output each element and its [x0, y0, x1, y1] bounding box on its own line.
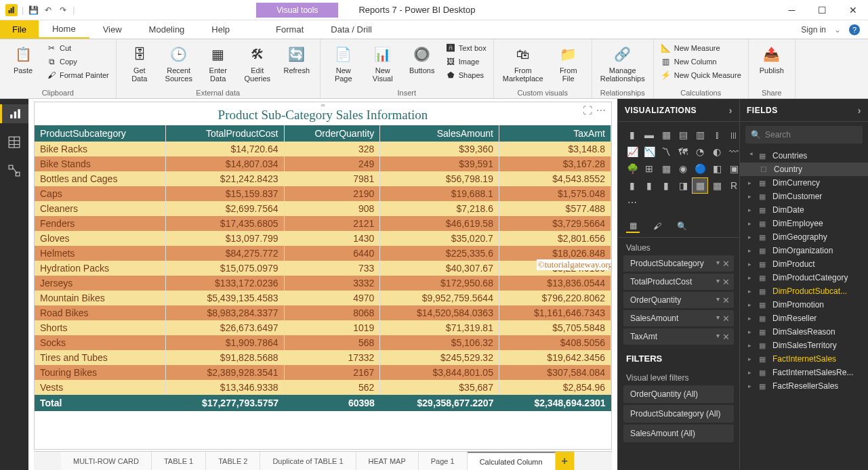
chevron-down-icon[interactable]: ▾: [716, 314, 720, 324]
viz-type-icon[interactable]: ⫿: [709, 127, 724, 142]
field-table-item[interactable]: ▸▦DimSalesReason: [740, 325, 868, 339]
table-row[interactable]: Hydration Packs$15,075.0979733$40,307.67…: [35, 261, 611, 276]
column-header[interactable]: TaxAmt: [499, 125, 611, 142]
field-table-item[interactable]: ▸▦DimOrganization: [740, 244, 868, 257]
image-button[interactable]: 🖼Image: [444, 56, 488, 68]
table-row[interactable]: Shorts$26,673.64971019$71,319.81$5,705.5…: [35, 320, 611, 335]
field-table-item[interactable]: ▸▦FactResellerSales: [740, 379, 868, 393]
expand-caret-icon[interactable]: ▸: [748, 261, 755, 268]
field-table-item[interactable]: ▸▦FactInternetSales: [740, 352, 868, 366]
enter-data-button[interactable]: ▦Enter Data: [201, 42, 236, 83]
field-table-item[interactable]: ▸▦DimPromotion: [740, 298, 868, 312]
tab-format[interactable]: Format: [262, 20, 317, 39]
viz-type-icon[interactable]: ▤: [676, 127, 690, 142]
viz-type-icon[interactable]: ◉: [676, 161, 690, 176]
page-tab[interactable]: TABLE 2: [206, 452, 260, 470]
field-table-item[interactable]: ▸▦DimSalesTerritory: [740, 339, 868, 352]
chevron-down-icon[interactable]: ▾: [716, 332, 720, 342]
column-header[interactable]: OrderQuantity: [284, 125, 380, 142]
minimize-button[interactable]: ─: [777, 0, 807, 20]
collapse-fields-icon[interactable]: ›: [858, 105, 861, 116]
page-tab[interactable]: HEAT MAP: [356, 452, 419, 470]
page-tab[interactable]: Page 1: [419, 452, 468, 470]
field-table-item[interactable]: ▸▦DimReseller: [740, 312, 868, 325]
field-well-chip[interactable]: SalesAmount▾✕: [623, 310, 734, 326]
table-row[interactable]: Gloves$13,097.7991430$35,020.7$2,801.656: [35, 231, 611, 246]
column-header[interactable]: ProductSubcategory: [35, 125, 166, 142]
table-row[interactable]: Bottles and Cages$21,242.84237981$56,798…: [35, 171, 611, 186]
viz-type-icon[interactable]: ⋯: [625, 195, 640, 210]
viz-type-icon[interactable]: ▮: [659, 178, 674, 193]
expand-caret-icon[interactable]: ▸: [748, 342, 755, 349]
table-row[interactable]: Fenders$17,435.68052121$46,619.58$3,729.…: [35, 216, 611, 231]
analytics-tab-icon[interactable]: 🔍: [675, 219, 688, 233]
signin-link[interactable]: Sign in: [801, 25, 826, 35]
refresh-button[interactable]: 🔄Refresh: [279, 42, 314, 74]
publish-button[interactable]: 📤Publish: [754, 42, 789, 74]
table-row[interactable]: Caps$15,159.8372190$19,688.1$1,575.048: [35, 186, 611, 201]
visual-resize-handle[interactable]: ═: [315, 102, 331, 108]
expand-caret-icon[interactable]: ▾: [748, 152, 755, 159]
chevron-down-icon[interactable]: ▾: [716, 259, 720, 269]
table-row[interactable]: Tires and Tubes$91,828.568817332$245,529…: [35, 350, 611, 365]
filter-item[interactable]: SalesAmount (All): [623, 425, 734, 442]
help-icon[interactable]: ?: [849, 24, 860, 35]
field-column-item[interactable]: ☐Country: [740, 163, 868, 176]
new-column-button[interactable]: ▥New Column: [659, 56, 743, 68]
report-canvas[interactable]: ═ ⛶ ⋯ Product Sub-Category Sales Informa…: [34, 102, 612, 450]
edit-queries-button[interactable]: 🛠Edit Queries: [240, 42, 275, 83]
viz-type-icon[interactable]: 〽: [659, 144, 674, 159]
expand-caret-icon[interactable]: ▸: [748, 179, 755, 186]
table-row[interactable]: Jerseys$133,172.02363332$172,950.68$13,8…: [35, 276, 611, 291]
viz-type-icon[interactable]: ◐: [709, 144, 724, 159]
field-well-chip[interactable]: TotalProductCost▾✕: [623, 274, 734, 290]
field-table-item[interactable]: ▸▦DimProduct: [740, 257, 868, 271]
expand-caret-icon[interactable]: ▸: [748, 220, 755, 227]
field-table-item[interactable]: ▸▦DimGeography: [740, 230, 868, 244]
new-page-button[interactable]: 📄New Page: [326, 42, 361, 83]
viz-type-icon[interactable]: ▮: [642, 178, 657, 193]
tab-home[interactable]: Home: [39, 20, 89, 39]
page-tab[interactable]: Duplicate of TABLE 1: [260, 452, 356, 470]
more-options-icon[interactable]: ⋯: [596, 105, 606, 116]
tab-help[interactable]: Help: [198, 20, 243, 39]
tab-file[interactable]: File: [0, 20, 39, 39]
field-table-item[interactable]: ▸▦DimCurrency: [740, 176, 868, 190]
tab-data-drill[interactable]: Data / Drill: [317, 20, 386, 39]
table-row[interactable]: Socks$1,909.7864568$5,106.32$408.5056: [35, 335, 611, 350]
expand-caret-icon[interactable]: ▸: [748, 315, 755, 322]
collapse-viz-icon[interactable]: ›: [729, 105, 732, 116]
viz-type-icon[interactable]: 📉: [642, 144, 657, 159]
signin-chevron-icon[interactable]: ⌄: [834, 25, 841, 35]
viz-type-icon[interactable]: 🌳: [625, 161, 640, 176]
field-well-chip[interactable]: ProductSubcategory▾✕: [623, 255, 734, 272]
fields-tab-icon[interactable]: ▦: [626, 219, 640, 233]
expand-caret-icon[interactable]: ▸: [748, 247, 755, 254]
remove-field-icon[interactable]: ✕: [722, 295, 730, 305]
remove-field-icon[interactable]: ✕: [722, 259, 730, 269]
new-visual-button[interactable]: 📊New Visual: [365, 42, 400, 83]
new-measure-button[interactable]: 📐New Measure: [659, 42, 743, 54]
expand-caret-icon[interactable]: ▸: [748, 207, 755, 213]
chevron-down-icon[interactable]: ▾: [716, 295, 720, 305]
viz-type-icon[interactable]: 🗺: [676, 144, 690, 159]
viz-type-icon[interactable]: ▦: [659, 161, 674, 176]
chevron-down-icon[interactable]: ▾: [716, 277, 720, 287]
buttons-button[interactable]: 🔘Buttons: [405, 42, 440, 74]
expand-caret-icon[interactable]: ▸: [748, 193, 755, 200]
expand-caret-icon[interactable]: ▸: [748, 288, 755, 295]
copy-button[interactable]: ⧉Copy: [45, 56, 110, 68]
tab-view[interactable]: View: [89, 20, 136, 39]
field-table-item[interactable]: ▸▦FactInternetSalesRe...: [740, 366, 868, 379]
maximize-button[interactable]: ☐: [807, 0, 838, 20]
get-data-button[interactable]: 🗄Get Data: [122, 42, 157, 83]
report-view-button[interactable]: [0, 104, 28, 123]
viz-type-icon[interactable]: ▮: [625, 178, 640, 193]
redo-icon[interactable]: ↷: [58, 5, 68, 16]
field-well-chip[interactable]: OrderQuantity▾✕: [623, 292, 734, 308]
filter-item[interactable]: ProductSubcategory (All): [623, 405, 734, 423]
from-file-button[interactable]: 📁From File: [551, 42, 586, 83]
table-row[interactable]: Bike Racks$14,720.64328$39,360$3,148.8: [35, 142, 611, 156]
manage-relationships-button[interactable]: 🔗Manage Relationships: [598, 42, 648, 83]
viz-type-icon[interactable]: ◧: [709, 161, 724, 176]
